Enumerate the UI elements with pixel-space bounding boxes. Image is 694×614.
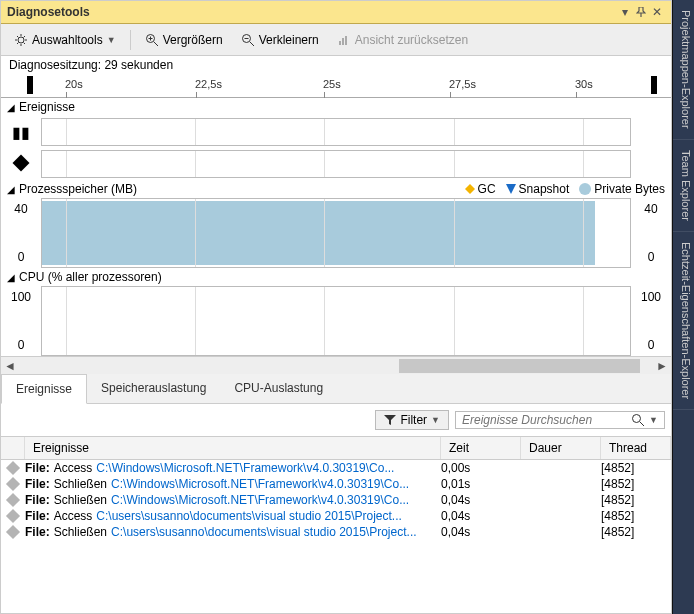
events-section-header[interactable]: ◢ Ereignisse — [1, 98, 671, 116]
table-row[interactable]: File: Schließen C:\Windows\Microsoft.NET… — [1, 492, 671, 508]
table-row[interactable]: File: Schließen C:\Windows\Microsoft.NET… — [1, 476, 671, 492]
ruler-start-marker — [27, 76, 33, 94]
event-path-link[interactable]: C:\users\susanno\documents\visual studio… — [96, 509, 402, 523]
event-prefix: File: — [25, 509, 50, 523]
axis-label: 0 — [18, 250, 25, 264]
event-prefix: File: — [25, 525, 50, 539]
event-action: Schließen — [54, 493, 107, 507]
side-tab-realtime[interactable]: Echtzeit-Eigenschaften-Explorer — [673, 232, 694, 410]
events-chart[interactable] — [41, 118, 631, 146]
chevron-down-icon: ▼ — [107, 35, 116, 45]
memory-legend: GC Snapshot Private Bytes — [465, 182, 665, 196]
ruler-end-marker — [651, 76, 657, 94]
side-tab-solution[interactable]: Projektmappen-Explorer — [673, 0, 694, 140]
svg-marker-7 — [506, 184, 516, 194]
filter-bar: Filter ▼ ▼ — [1, 404, 671, 436]
private-bytes-swatch — [579, 183, 591, 195]
svg-point-0 — [18, 37, 24, 43]
side-tab-team[interactable]: Team Explorer — [673, 140, 694, 232]
col-event[interactable]: Ereignisse — [25, 437, 441, 459]
bottom-tabstrip: Ereignisse Speicherauslastung CPU-Auslas… — [1, 374, 671, 404]
col-duration[interactable]: Dauer — [521, 437, 601, 459]
table-row[interactable]: File: Access C:\users\susanno\documents\… — [1, 508, 671, 524]
select-tools-button[interactable]: Auswahltools ▼ — [7, 30, 123, 50]
event-path-link[interactable]: C:\Windows\Microsoft.NET\Framework\v4.0.… — [111, 493, 409, 507]
ruler-tick: 25s — [323, 78, 341, 90]
event-time: 0,01s — [441, 477, 521, 491]
memory-chart[interactable] — [41, 198, 631, 268]
ruler-tick: 20s — [65, 78, 83, 90]
axis-label: 40 — [14, 202, 27, 216]
svg-point-8 — [633, 415, 641, 423]
gc-marker-icon — [465, 184, 475, 194]
event-path-link[interactable]: C:\Windows\Microsoft.NET\Framework\v4.0.… — [111, 477, 409, 491]
titlebar: Diagnosetools ▾ ✕ — [1, 1, 671, 24]
event-prefix: File: — [25, 477, 50, 491]
svg-rect-3 — [339, 41, 341, 45]
ruler-tick: 27,5s — [449, 78, 476, 90]
expander-icon: ◢ — [7, 272, 15, 283]
svg-rect-4 — [342, 38, 344, 45]
filter-button[interactable]: Filter ▼ — [375, 410, 449, 430]
chart-icon — [337, 33, 351, 47]
event-thread: [4852] — [601, 477, 671, 491]
event-time: 0,00s — [441, 461, 521, 475]
event-time: 0,04s — [441, 509, 521, 523]
zoom-in-button[interactable]: Vergrößern — [138, 30, 230, 50]
time-ruler[interactable]: 20s 22,5s 25s 27,5s 30s — [1, 74, 671, 98]
event-marker-icon — [6, 509, 20, 523]
cpu-chart[interactable] — [41, 286, 631, 356]
axis-label: 40 — [644, 202, 657, 216]
table-row[interactable]: File: Schließen C:\users\susanno\documen… — [1, 524, 671, 540]
zoom-in-icon — [145, 33, 159, 47]
tab-memory[interactable]: Speicherauslastung — [87, 374, 220, 403]
event-path-link[interactable]: C:\Windows\Microsoft.NET\Framework\v4.0.… — [96, 461, 394, 475]
scroll-thumb[interactable] — [399, 359, 640, 373]
event-thread: [4852] — [601, 461, 671, 475]
event-action: Access — [54, 509, 93, 523]
event-marker-icon — [6, 477, 20, 491]
search-input[interactable] — [462, 413, 631, 427]
event-marker-icon — [6, 525, 20, 539]
close-icon[interactable]: ✕ — [649, 4, 665, 20]
event-action: Schließen — [54, 477, 107, 491]
event-path-link[interactable]: C:\users\susanno\documents\visual studio… — [111, 525, 417, 539]
pin-icon[interactable] — [633, 4, 649, 20]
table-row[interactable]: File: Access C:\Windows\Microsoft.NET\Fr… — [1, 460, 671, 476]
axis-label: 0 — [648, 250, 655, 264]
expander-icon: ◢ — [7, 102, 15, 113]
pause-icon[interactable]: ▮▮ — [12, 123, 30, 142]
zoom-out-button[interactable]: Verkleinern — [234, 30, 326, 50]
filter-icon — [384, 414, 396, 426]
events-chart-2[interactable] — [41, 150, 631, 178]
expander-icon: ◢ — [7, 184, 15, 195]
reset-view-button[interactable]: Ansicht zurücksetzen — [330, 30, 475, 50]
window-title: Diagnosetools — [7, 5, 617, 19]
col-time[interactable]: Zeit — [441, 437, 521, 459]
col-thread[interactable]: Thread — [601, 437, 671, 459]
memory-fill — [42, 201, 595, 265]
scroll-right-icon[interactable]: ► — [653, 357, 671, 375]
chevron-down-icon[interactable]: ▼ — [649, 415, 658, 425]
tab-cpu[interactable]: CPU-Auslastung — [220, 374, 337, 403]
event-time: 0,04s — [441, 493, 521, 507]
zoom-out-icon — [241, 33, 255, 47]
event-prefix: File: — [25, 493, 50, 507]
grid-header: Ereignisse Zeit Dauer Thread — [1, 436, 671, 460]
event-marker-icon — [6, 461, 20, 475]
snapshot-marker-icon — [506, 184, 516, 194]
diamond-icon[interactable] — [15, 157, 27, 172]
memory-section-header[interactable]: ◢ Prozessspeicher (MB) GC Snapshot Priva… — [1, 180, 671, 198]
event-thread: [4852] — [601, 509, 671, 523]
event-thread: [4852] — [601, 493, 671, 507]
tab-events[interactable]: Ereignisse — [1, 374, 87, 404]
dropdown-icon[interactable]: ▾ — [617, 4, 633, 20]
search-icon[interactable] — [631, 413, 645, 427]
svg-marker-6 — [465, 184, 475, 194]
separator — [130, 30, 131, 50]
event-marker-icon — [6, 493, 20, 507]
horizontal-scrollbar[interactable]: ◄ ► — [1, 356, 671, 374]
scroll-left-icon[interactable]: ◄ — [1, 357, 19, 375]
cpu-section-header[interactable]: ◢ CPU (% aller prozessoren) — [1, 268, 671, 286]
grid-body: File: Access C:\Windows\Microsoft.NET\Fr… — [1, 460, 671, 613]
